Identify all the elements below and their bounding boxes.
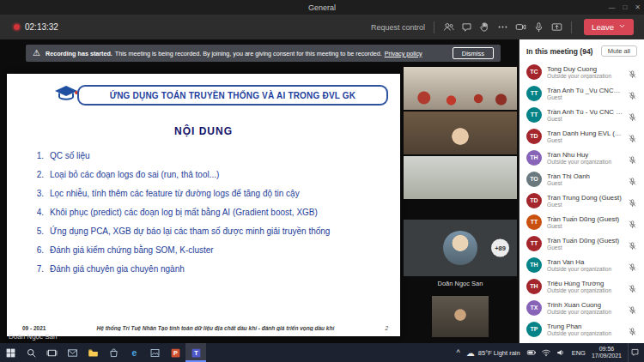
recording-indicator: 02:13:32 [14, 22, 58, 32]
taskbar-clock[interactable]: 09:56 17/09/2021 [592, 346, 622, 360]
participants-count-title: In this meeting (94) [526, 47, 592, 56]
close-button[interactable]: ✕ [635, 3, 641, 11]
start-button[interactable] [0, 343, 21, 362]
mic-muted-icon[interactable] [628, 153, 637, 162]
participant-list: TC Tong Duy Cuong Outside your organizat… [519, 61, 644, 343]
camera-icon[interactable] [512, 19, 530, 36]
participant-row[interactable]: TT Trần Anh Tú - Vụ CNC (Guest) Guest [519, 104, 644, 125]
request-control-button[interactable]: Request control [371, 23, 425, 32]
powerpoint-app-button[interactable]: P [165, 343, 185, 362]
language-indicator[interactable]: ENG [572, 349, 586, 357]
search-button[interactable] [21, 343, 41, 362]
mic-muted-icon[interactable] [628, 110, 637, 119]
file-explorer-button[interactable] [82, 343, 103, 362]
participant-texts: Tran Nhu Huy Outside your organization [547, 151, 623, 165]
participant-avatar: TH [526, 279, 542, 294]
mic-muted-icon[interactable] [628, 324, 637, 334]
mail-app-button[interactable] [62, 343, 82, 362]
recording-banner-text: Recording has started.This meeting is be… [46, 50, 422, 57]
participant-name: Trần Anh Tú _Vụ CNC_Bộ KH... [547, 87, 623, 94]
participant-texts: Trinh Xuan Cuong Outside your organizati… [547, 301, 623, 315]
photos-app-button[interactable] [144, 343, 165, 362]
action-center-icon [630, 347, 640, 359]
participant-texts: Tran Trung Dong (Guest) Guest [547, 194, 623, 208]
spotlight-avatar-tile[interactable]: +89 [404, 220, 517, 276]
participant-row[interactable]: TO Trần Thị Oanh Guest [519, 168, 644, 190]
action-center-button[interactable] [628, 343, 641, 362]
toolbar-icons [440, 19, 566, 36]
participant-row[interactable]: TT Trần Tuấn Dũng (Guest) Guest [519, 211, 644, 232]
mic-muted-icon[interactable] [628, 238, 637, 248]
mic-muted-icon[interactable] [628, 217, 637, 226]
edge-browser-button[interactable]: e [124, 343, 144, 362]
tray-expand-button[interactable]: ^ [457, 348, 460, 357]
participants-panel-header: In this meeting (94) Mute all [519, 39, 644, 61]
slide-content-list: 1.QC số liệu2.Loại bỏ các đoạn logs đo s… [31, 151, 390, 283]
dismiss-button[interactable]: Dismiss [453, 47, 494, 59]
participant-texts: Trần Thị Oanh Guest [547, 172, 623, 186]
participant-row[interactable]: TH Triệu Hùng Trường Outside your organi… [519, 275, 644, 297]
chat-icon[interactable] [458, 19, 476, 36]
participant-row[interactable]: TC Tong Duy Cuong Outside your organizat… [519, 61, 644, 82]
mic-muted-icon[interactable] [628, 174, 637, 184]
video-thumbnail-column: +89 Doãn Ngọc San [404, 67, 517, 337]
maximize-button[interactable]: □ [623, 3, 627, 11]
participant-row[interactable]: TP Trung Phan Outside your organization [519, 318, 644, 340]
teams-app-button[interactable]: T [185, 343, 206, 362]
mute-all-button[interactable]: Mute all [601, 45, 637, 57]
overflow-count-badge[interactable]: +89 [491, 239, 509, 257]
mic-muted-icon[interactable] [628, 281, 637, 291]
slide-list-item: 6.Đánh giá kiểm chứng bằng SOM, K-cluste… [31, 245, 390, 255]
slide-list-item: 1.QC số liệu [31, 151, 390, 160]
weather-widget[interactable]: ☁ 85°F Light rain [466, 348, 520, 358]
taskbar-apps: ePT [0, 343, 206, 362]
participant-row[interactable]: TD Tran Danh Hung EVL (Guest) Guest [519, 125, 644, 147]
mic-icon[interactable] [530, 19, 548, 36]
window-titlebar: General — □ ✕ [0, 0, 644, 15]
people-icon[interactable] [440, 19, 458, 36]
mic-muted-icon[interactable] [628, 88, 637, 98]
mic-muted-icon[interactable] [628, 67, 637, 76]
participant-avatar: TD [526, 129, 542, 144]
video-tile-speaker[interactable] [404, 112, 517, 154]
store-app-button[interactable] [103, 343, 124, 362]
leave-button[interactable]: Leave [584, 19, 634, 35]
participant-row[interactable]: TD Tran Trung Dong (Guest) Guest [519, 190, 644, 211]
participant-avatar: TD [526, 193, 542, 208]
participant-subtitle: Guest [547, 223, 623, 229]
slide-logo-icon [53, 82, 79, 103]
participant-name: Trần Tuấn Dũng (Guest) [547, 237, 623, 244]
toolbar-divider [434, 21, 434, 33]
participant-texts: Tran Danh Hung EVL (Guest) Guest [547, 130, 623, 143]
task-view-button[interactable] [41, 343, 62, 362]
participant-row[interactable]: TT Trần Tuấn Dũng (Guest) Guest [519, 232, 644, 254]
mic-muted-icon[interactable] [628, 196, 637, 205]
svg-text:P: P [173, 349, 178, 357]
more-icon[interactable] [494, 19, 512, 36]
participant-row[interactable]: TH Tran Nhu Huy Outside your organizatio… [519, 147, 644, 168]
video-tile-meeting-room[interactable] [404, 67, 517, 110]
volume-icon[interactable] [556, 347, 566, 358]
toolbar-divider [571, 21, 572, 33]
participant-row[interactable]: TH Tran Van Ha Outside your organization [519, 254, 644, 275]
participant-row[interactable]: TX Trinh Xuan Cuong Outside your organiz… [519, 297, 644, 318]
participant-avatar: TT [526, 236, 542, 251]
raise-hand-icon[interactable] [476, 19, 494, 36]
participant-row[interactable]: TT Trần Anh Tú _Vụ CNC_Bộ KH... Guest [519, 82, 644, 104]
slide-title: ỨNG DỤNG TOÁN TRUYỀN THỐNG VÀ AI TRONG Đ… [77, 85, 388, 106]
minimize-button[interactable]: — [608, 3, 615, 11]
video-tile-office[interactable] [432, 296, 489, 337]
participant-subtitle: Guest [547, 244, 623, 250]
mic-muted-icon[interactable] [628, 260, 637, 269]
wifi-icon[interactable] [541, 347, 551, 358]
warning-icon: ⚠ [33, 49, 40, 57]
privacy-policy-link[interactable]: Privacy policy [385, 50, 422, 57]
battery-icon[interactable] [526, 347, 537, 358]
share-screen-icon[interactable] [548, 19, 566, 36]
mic-muted-icon[interactable] [628, 131, 637, 141]
mic-muted-icon[interactable] [628, 303, 637, 312]
video-tile-empty-room[interactable] [404, 156, 517, 199]
shared-slide: ỨNG DỤNG TOÁN TRUYỀN THỐNG VÀ AI TRONG Đ… [7, 74, 400, 336]
slide-list-item: 7.Đánh giá chuyên gia chuyên ngành [31, 264, 390, 274]
participant-texts: Trần Anh Tú _Vụ CNC_Bộ KH... Guest [547, 87, 623, 100]
